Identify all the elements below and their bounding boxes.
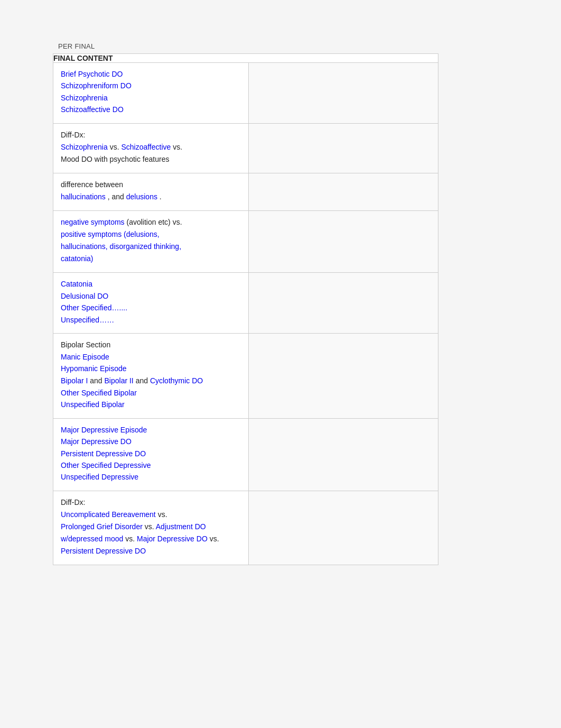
vs-b1: vs. (158, 510, 167, 519)
brief-psychotic-do-link[interactable]: Brief Psychotic DO (61, 68, 241, 80)
bipolar-types-line: Bipolar I and Bipolar II and Cyclothymic… (61, 375, 241, 387)
schizophreniform-do-link[interactable]: Schizophreniform DO (61, 80, 241, 91)
hallucinations-delusions-right (248, 173, 438, 210)
hall-del-line: hallucinations , and delusions . (61, 191, 241, 203)
other-specified-link[interactable]: Other Specified….... (61, 302, 241, 314)
diff-dx-schizo-cell: Diff-Dx: Schizophrenia vs. Schizoaffecti… (53, 123, 249, 173)
bipolar-1-link[interactable]: Bipolar I (61, 376, 88, 385)
diff-dx-schizo-content: Diff-Dx: Schizophrenia vs. Schizoaffecti… (53, 124, 248, 173)
diff-dx-bereavement-right (248, 491, 438, 565)
psychotic-disorders-content: Brief Psychotic DO Schizophreniform DO S… (53, 63, 248, 123)
prolonged-grief-disorder-link[interactable]: Prolonged Grief Disorder (61, 522, 143, 531)
bipolar-right (248, 333, 438, 418)
avolition-text: (avolition etc) vs. (127, 218, 182, 226)
diff-dx-schizo-right (248, 123, 438, 173)
psychotic-disorders-cell: Brief Psychotic DO Schizophreniform DO S… (53, 63, 249, 124)
hallucinations-link[interactable]: hallucinations (61, 192, 106, 201)
hallucinations-delusions-content: difference between hallucinations , and … (53, 173, 248, 210)
schizoaffective-diff-link[interactable]: Schizoaffective (121, 143, 171, 151)
diff-dx-bereavement-content: Diff-Dx: Uncomplicated Bereavement vs. P… (53, 491, 248, 565)
mood-do-line: Mood DO with psychotic features (61, 153, 241, 165)
uncomplicated-bereavement-link[interactable]: Uncomplicated Bereavement (61, 510, 156, 519)
comma-and: , and (108, 192, 126, 201)
delusions-link[interactable]: delusions (126, 192, 157, 201)
schizophrenia-link[interactable]: Schizophrenia (61, 92, 241, 104)
bereavement-line2: Prolonged Grief Disorder vs. Adjustment … (61, 521, 241, 557)
table-row: Diff-Dx: Uncomplicated Bereavement vs. P… (53, 491, 438, 565)
bipolar-content: Bipolar Section Manic Episode Hypomanic … (53, 334, 248, 418)
other-specified-bipolar-link[interactable]: Other Specified Bipolar (61, 387, 241, 399)
diff-dx-label: Diff-Dx: (61, 129, 241, 141)
bereavement-line1: Uncomplicated Bereavement vs. (61, 509, 241, 521)
table-header-row: FINAL CONTENT (53, 54, 438, 63)
other-psychotic-right (248, 273, 438, 334)
diff-dx-bereavement-cell: Diff-Dx: Uncomplicated Bereavement vs. P… (53, 491, 249, 565)
other-psychotic-content: Catatonia Delusional DO Other Specified…… (53, 273, 248, 333)
difference-between-line: difference between (61, 179, 241, 191)
vs-b2: vs. (145, 522, 156, 531)
table-row: Catatonia Delusional DO Other Specified…… (53, 273, 438, 334)
and-2: and (136, 376, 150, 385)
schizoaffective-do-link[interactable]: Schizoaffective DO (61, 104, 241, 115)
table-row: Brief Psychotic DO Schizophreniform DO S… (53, 63, 438, 124)
table-row: negative symptoms (avolition etc) vs. po… (53, 211, 438, 273)
symptoms-content: negative symptoms (avolition etc) vs. po… (53, 211, 248, 272)
catatonia-link[interactable]: Catatonia (61, 278, 241, 290)
bipolar-cell: Bipolar Section Manic Episode Hypomanic … (53, 333, 249, 418)
major-depressive-do-link[interactable]: Major Depressive DO (61, 436, 241, 447)
bipolar-2-link[interactable]: Bipolar II (105, 376, 134, 385)
persistent-depressive-do-link[interactable]: Persistent Depressive DO (61, 448, 241, 459)
unspecified-depressive-link[interactable]: Unspecified Depressive (61, 471, 241, 483)
table-row: Major Depressive Episode Major Depressiv… (53, 418, 438, 491)
table-row: difference between hallucinations , and … (53, 173, 438, 210)
depressive-cell: Major Depressive Episode Major Depressiv… (53, 418, 249, 491)
symptoms-right (248, 211, 438, 273)
unspecified-bipolar-link[interactable]: Unspecified Bipolar (61, 399, 241, 410)
per-final-label: PER FINAL (58, 42, 561, 50)
negative-symptoms-link[interactable]: negative symptoms (61, 218, 125, 226)
period: . (160, 192, 162, 201)
positive-symptoms-link[interactable]: positive symptoms (delusions,hallucinati… (61, 230, 181, 263)
diff-dx-title: Diff-Dx: (61, 131, 85, 139)
vs-2: vs. (173, 143, 182, 151)
manic-episode-link[interactable]: Manic Episode (61, 351, 241, 363)
vs-1: vs. (110, 143, 121, 151)
diff-dx-bereavement-label: Diff-Dx: (61, 496, 241, 509)
table-row: Bipolar Section Manic Episode Hypomanic … (53, 333, 438, 418)
unspecified-link[interactable]: Unspecified…… (61, 314, 241, 326)
vs-b3: vs. (125, 535, 137, 543)
bipolar-section-label: Bipolar Section (61, 339, 241, 351)
table-row: Diff-Dx: Schizophrenia vs. Schizoaffecti… (53, 123, 438, 173)
depressive-content: Major Depressive Episode Major Depressiv… (53, 419, 248, 491)
delusional-do-link[interactable]: Delusional DO (61, 290, 241, 302)
hypomanic-episode-link[interactable]: Hypomanic Episode (61, 363, 241, 374)
other-specified-depressive-link[interactable]: Other Specified Depressive (61, 459, 241, 471)
and-1: and (90, 376, 104, 385)
major-depressive-episode-link[interactable]: Major Depressive Episode (61, 424, 241, 436)
major-depressive-do-b-link[interactable]: Major Depressive DO (137, 535, 208, 543)
neg-pos-line: negative symptoms (avolition etc) vs. (61, 216, 241, 228)
other-psychotic-cell: Catatonia Delusional DO Other Specified…… (53, 273, 249, 334)
depressive-right (248, 418, 438, 491)
diff-dx-schizo-line: Schizophrenia vs. Schizoaffective vs. (61, 141, 241, 153)
final-content-header: FINAL CONTENT (53, 54, 438, 63)
schizophrenia-diff-link[interactable]: Schizophrenia (61, 143, 108, 151)
psychotic-disorders-right (248, 63, 438, 124)
pos-symptoms-line: positive symptoms (delusions,hallucinati… (61, 228, 241, 265)
cyclothymic-do-link[interactable]: Cyclothymic DO (150, 376, 203, 385)
symptoms-cell: negative symptoms (avolition etc) vs. po… (53, 211, 249, 273)
main-table: FINAL CONTENT Brief Psychotic DO Schizop… (53, 53, 438, 565)
hallucinations-delusions-cell: difference between hallucinations , and … (53, 173, 249, 210)
vs-b4: vs. (210, 535, 219, 543)
page-container: PER FINAL FINAL CONTENT Brief Psychotic … (0, 0, 561, 586)
persistent-depressive-do-b-link[interactable]: Persistent Depressive DO (61, 547, 146, 555)
